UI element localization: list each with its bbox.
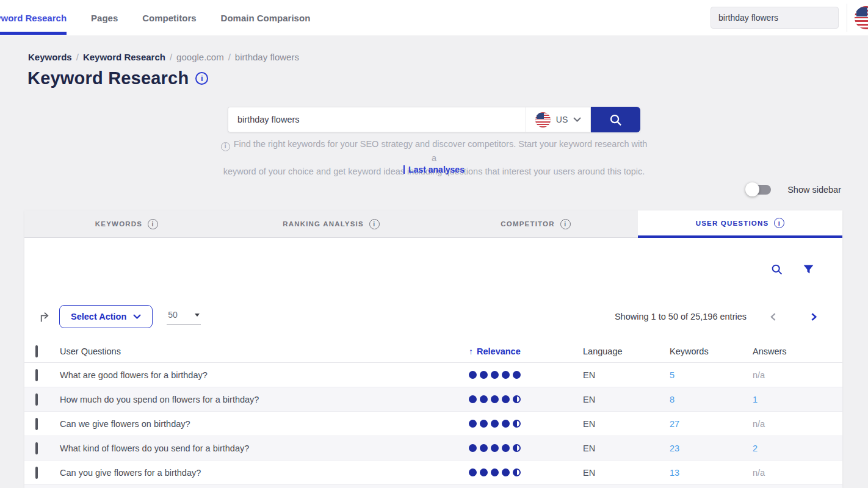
search-button[interactable] — [591, 107, 640, 132]
info-icon[interactable] — [148, 219, 158, 229]
question-text: Can we give flowers on birthday? — [60, 419, 469, 429]
page-title: Keyword Research — [27, 68, 189, 88]
column-header-user-questions[interactable]: User Questions — [60, 346, 469, 356]
country-selector[interactable]: US — [526, 107, 591, 132]
breadcrumb-keywords[interactable]: Keywords — [28, 52, 72, 62]
breadcrumb-keyword-research[interactable]: Keyword Research — [83, 52, 165, 62]
tab-label: USER QUESTIONS — [696, 220, 769, 227]
relevance-dot — [480, 395, 488, 403]
keywords-count-link[interactable]: 27 — [670, 419, 679, 429]
select-action-label: Select Action — [71, 312, 126, 321]
column-header-keywords[interactable]: Keywords — [670, 346, 753, 356]
question-text: What are good flowers for a birthday? — [60, 370, 469, 380]
relevance-dot — [469, 420, 477, 428]
breadcrumb: Keywords/Keyword Research/google.com/bir… — [28, 52, 299, 62]
breadcrumb-separator: / — [76, 52, 79, 62]
select-all-checkbox[interactable] — [35, 345, 38, 357]
table-row: How much do you spend on flowers for a b… — [24, 387, 842, 412]
row-checkbox[interactable] — [35, 442, 38, 454]
row-checkbox[interactable] — [35, 393, 38, 406]
prev-page-button[interactable] — [769, 312, 778, 321]
language-cell: EN — [583, 443, 670, 453]
breadcrumb-separator: / — [228, 52, 231, 62]
tab-ranking-analysis[interactable]: RANKING ANALYSIS — [229, 210, 433, 238]
relevance-dot — [491, 420, 499, 428]
nav-item-pages[interactable]: Pages — [91, 0, 118, 35]
chevron-left-icon — [769, 312, 778, 321]
table-search-button[interactable] — [770, 263, 783, 276]
toolbar-right: Showing 1 to 50 of 25,196 entries — [615, 312, 818, 321]
info-icon[interactable] — [195, 72, 208, 85]
relevance-dot — [502, 395, 510, 403]
table-row: Can you give flowers for a birthday? EN … — [24, 461, 842, 485]
user-questions-table: User Questions ↑Relevance Language Keywo… — [24, 340, 842, 488]
language-cell: EN — [583, 370, 670, 380]
relevance-dot — [502, 444, 510, 452]
us-flag-icon — [855, 6, 868, 29]
relevance-dots — [469, 444, 583, 452]
toolbar-left: Select Action 50 — [38, 305, 201, 328]
country-code: US — [556, 115, 568, 124]
nav-item-domain-comparison[interactable]: Domain Comparison — [221, 0, 311, 35]
bar-icon — [403, 165, 405, 174]
top-country-selector[interactable] — [855, 0, 868, 35]
tab-user-questions[interactable]: USER QUESTIONS — [638, 210, 842, 238]
relevance-dot — [502, 371, 510, 379]
table-row: What kind of flowers do you send for a b… — [24, 436, 842, 461]
next-page-button[interactable] — [809, 312, 818, 321]
arrow-up-icon: ↑ — [469, 346, 473, 356]
nav-item-keyword-research[interactable]: Keyword Research — [0, 0, 67, 35]
select-action-button[interactable]: Select Action — [59, 305, 153, 328]
question-text: Can you give flowers for a birthday? — [60, 468, 469, 478]
row-checkbox[interactable] — [35, 467, 38, 479]
language-cell: EN — [583, 419, 670, 429]
relevance-dots — [469, 468, 583, 476]
info-icon[interactable] — [369, 219, 380, 229]
nav-item-competitors[interactable]: Competitors — [142, 0, 196, 35]
relevance-dot — [491, 371, 499, 379]
hint-line-1: Find the right keywords for your SEO str… — [234, 139, 648, 163]
relevance-dots — [469, 395, 583, 403]
caret-down-icon — [195, 314, 200, 317]
search-icon — [770, 263, 783, 276]
tab-competitor[interactable]: COMPETITOR — [433, 210, 638, 238]
relevance-dot — [469, 444, 477, 452]
tab-label: COMPETITOR — [501, 220, 554, 228]
keywords-count-link[interactable]: 23 — [670, 443, 679, 453]
last-analyses-link[interactable]: Last analyses — [220, 165, 648, 174]
relevance-dot — [469, 371, 477, 379]
page-size-select[interactable]: 50 — [167, 309, 201, 325]
breadcrumb-current: birthday flowers — [235, 52, 299, 62]
export-button[interactable] — [38, 310, 51, 323]
row-checkbox[interactable] — [35, 369, 38, 381]
table-filter-button[interactable] — [803, 264, 814, 275]
row-checkbox[interactable] — [35, 418, 38, 430]
table-row: Can we give flowers on birthday? EN 27 n… — [24, 412, 842, 436]
info-icon[interactable] — [560, 219, 571, 229]
divider — [847, 4, 847, 32]
tab-keywords[interactable]: KEYWORDS — [24, 210, 229, 238]
show-sidebar-toggle[interactable] — [747, 185, 771, 195]
keyword-input[interactable] — [228, 107, 526, 132]
relevance-dot — [502, 420, 510, 428]
top-nav-right — [711, 0, 868, 35]
answers-count-link[interactable]: 2 — [753, 443, 758, 453]
language-cell: EN — [583, 395, 670, 404]
tab-bar: KEYWORDS RANKING ANALYSIS COMPETITOR USE… — [24, 210, 842, 238]
column-header-language[interactable]: Language — [583, 346, 670, 356]
search-icon — [609, 113, 623, 127]
column-header-answers[interactable]: Answers — [753, 346, 842, 356]
keywords-count-link[interactable]: 13 — [670, 468, 679, 478]
top-search-input[interactable] — [711, 7, 839, 29]
partial-next-row — [24, 485, 842, 488]
answers-count-link[interactable]: 1 — [753, 395, 758, 404]
keywords-count-link[interactable]: 8 — [670, 395, 675, 404]
relevance-dot — [480, 420, 488, 428]
info-icon — [221, 142, 230, 151]
relevance-dot — [469, 468, 477, 476]
keywords-count-link[interactable]: 5 — [670, 370, 675, 380]
column-header-relevance[interactable]: ↑Relevance — [469, 346, 583, 356]
breadcrumb-domain[interactable]: google.com — [176, 52, 224, 62]
info-icon[interactable] — [774, 218, 784, 228]
table-tools — [770, 263, 814, 276]
